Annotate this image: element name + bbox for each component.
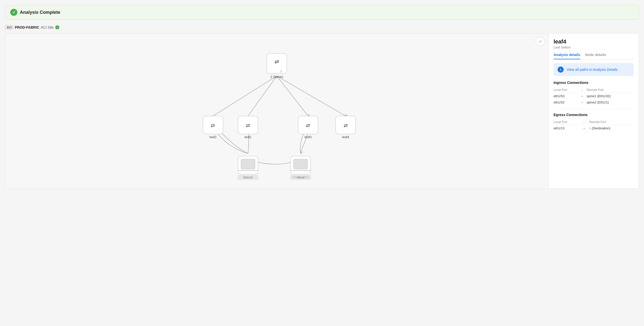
tab-analysis-details[interactable]: Analysis details: [554, 53, 580, 59]
egress-col-remote: Remote Port: [589, 119, 634, 125]
topology-canvas: ⤢: [5, 33, 548, 189]
ingress-local-1: eth1/53: [554, 93, 580, 99]
ingress-remote-1: spine1 (Eth1/32): [587, 93, 634, 99]
aci-site-label: ACI Site: [41, 25, 53, 29]
egress-col-local: Local Port: [554, 119, 582, 125]
svg-text:⇄: ⇄: [275, 59, 279, 65]
svg-rect-22: [241, 159, 255, 169]
tab-node-details[interactable]: Node details: [585, 53, 606, 59]
egress-arrow-header: →: [582, 119, 589, 125]
egress-connections-table: Local Port → Remote Port eth1/13 → ↑ (De…: [554, 119, 634, 131]
svg-line-1: [248, 76, 277, 116]
right-panel: leaf4 Leaf Switch Analysis details Node …: [548, 33, 639, 189]
ingress-arrow-header: →: [580, 87, 587, 93]
egress-remote-1: ↑ (Destination): [589, 125, 634, 132]
svg-line-3: [277, 76, 346, 116]
svg-text:10.1.1.x: 10.1.1.x: [244, 176, 252, 179]
arrow-2: →: [580, 99, 587, 105]
divider-1: [554, 109, 634, 109]
info-box: i View all paths in Analysis Details: [554, 63, 634, 76]
svg-text:leaf4: leaf4: [342, 135, 349, 139]
svg-text:leaf3: leaf3: [305, 135, 312, 139]
svg-text:⇄: ⇄: [306, 123, 310, 128]
svg-text:⇄: ⇄: [246, 123, 250, 128]
svg-text:2: 2: [280, 70, 282, 73]
svg-text:leaf1: leaf1: [244, 135, 251, 139]
ingress-connections-table: Local Port → Remote Port eth1/53 → spine…: [554, 87, 634, 105]
panel-tabs: Analysis details Node details: [554, 53, 634, 60]
topology-svg: ⇄ 2 2 Spines ⇄ leaf2 ⇄ leaf1 ⇄ leaf3 ⇄ l…: [5, 33, 548, 189]
fabric-name: PROD-FABRIC: [15, 25, 39, 29]
arrow-3: →: [582, 125, 589, 132]
banner-title: Analysis Complete: [20, 10, 60, 15]
ingress-local-2: eth1/52: [554, 99, 580, 105]
table-row: eth1/13 → ↑ (Destination): [554, 125, 634, 132]
svg-text:leaf2: leaf2: [209, 135, 217, 139]
svg-text:2 Spines: 2 Spines: [271, 75, 283, 79]
node-subtitle: Leaf Switch: [554, 45, 634, 49]
egress-local-1: eth1/13: [554, 125, 582, 132]
info-icon: i: [558, 67, 564, 73]
svg-line-2: [277, 76, 308, 116]
ingress-col-remote: Remote Port: [587, 87, 634, 93]
status-dot-icon: ✓: [55, 25, 59, 29]
analysis-banner: ✓ Analysis Complete: [5, 5, 639, 20]
breadcrumb: ACI PROD-FABRIC ACI Site ✓: [5, 24, 639, 31]
svg-text:dest ip: dest ip: [297, 176, 304, 179]
table-row: eth1/53 → spine1 (Eth1/32): [554, 93, 634, 99]
ingress-section-title: Ingress Connections: [554, 81, 634, 85]
svg-rect-26: [294, 159, 308, 169]
ingress-col-local: Local Port: [554, 87, 580, 93]
info-message: View all paths in Analysis Details: [567, 68, 618, 72]
main-content: ⤢: [5, 33, 639, 189]
node-title: leaf4: [554, 38, 634, 45]
arrow-1: →: [580, 93, 587, 99]
svg-text:⇄: ⇄: [211, 123, 215, 128]
aci-badge: ACI: [5, 25, 13, 30]
check-icon: ✓: [10, 9, 17, 16]
table-row: eth1/52 → spine2 (Eth1/1): [554, 99, 634, 105]
svg-text:⇄: ⇄: [344, 123, 348, 128]
ingress-remote-2: spine2 (Eth1/1): [587, 99, 634, 105]
egress-section-title: Egress Connections: [554, 113, 634, 117]
svg-line-0: [213, 76, 277, 116]
